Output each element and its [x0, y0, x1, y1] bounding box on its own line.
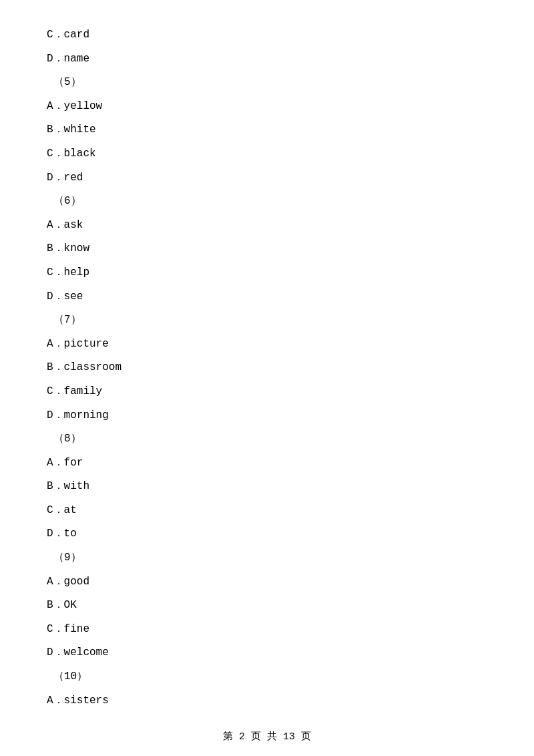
answer-option-b-ok: B．OK — [47, 597, 487, 614]
answer-option-num10: （10） — [53, 669, 487, 686]
answer-option-num6: （6） — [53, 193, 487, 210]
answer-option-b-classroom: B．classroom — [47, 359, 487, 377]
answer-option-c-at: C．at — [47, 502, 487, 520]
answer-option-d-welcome: D．welcome — [47, 644, 487, 662]
answer-option-b-with: B．with — [47, 478, 487, 496]
answer-option-a-picture: A．picture — [47, 336, 487, 353]
answer-option-num7: （7） — [53, 312, 487, 329]
answer-option-c-card: C．card — [47, 27, 487, 44]
answer-option-a-good: A．good — [47, 574, 487, 591]
answer-option-a-for: A．for — [47, 455, 487, 472]
answer-option-d-morning: D．morning — [47, 407, 487, 425]
answer-option-c-help: C．help — [47, 264, 487, 282]
answer-option-num9: （9） — [53, 550, 487, 567]
answer-option-a-ask: A．ask — [47, 217, 487, 234]
answer-option-a-yellow: A．yellow — [47, 98, 487, 116]
answer-option-d-see: D．see — [47, 289, 487, 306]
answer-option-c-fine: C．fine — [47, 621, 487, 638]
answer-option-num8: （8） — [53, 431, 487, 448]
answer-option-b-white: B．white — [47, 122, 487, 139]
answer-option-b-know: B．know — [47, 240, 487, 258]
answer-option-a-sisters: A．sisters — [47, 693, 487, 710]
answer-option-num5: （5） — [53, 74, 487, 91]
answer-option-d-red: D．red — [47, 170, 487, 187]
main-content: C．cardD．name（5）A．yellowB．whiteC．blackD．r… — [0, 0, 534, 756]
answer-option-d-name: D．name — [47, 51, 487, 68]
answer-option-c-family: C．family — [47, 383, 487, 401]
answer-option-c-black: C．black — [47, 146, 487, 163]
page-footer: 第 2 页 共 13 页 — [0, 730, 534, 743]
answer-option-d-to: D．to — [47, 526, 487, 543]
